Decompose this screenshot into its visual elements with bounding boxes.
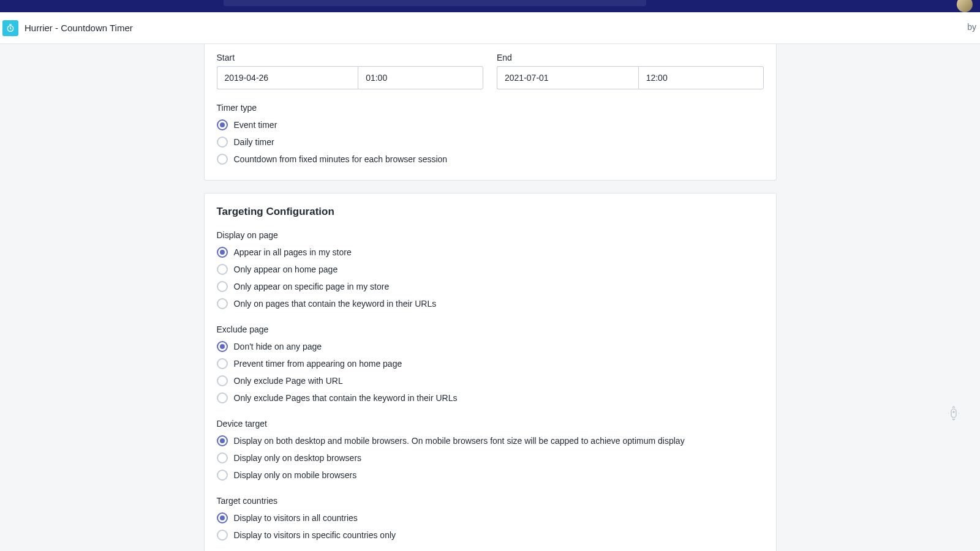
start-date-input[interactable]	[217, 66, 358, 89]
radio-label: Display only on mobile browsers	[234, 470, 357, 480]
start-time-input[interactable]	[358, 66, 483, 89]
app-icon	[2, 20, 18, 36]
display-page-label: Display on page	[217, 230, 764, 240]
radio-label: Event timer	[234, 120, 277, 130]
radio-option[interactable]: Countdown from fixed minutes for each br…	[217, 151, 764, 168]
radio-label: Only exclude Pages that contain the keyw…	[234, 393, 458, 403]
radio-option[interactable]: Only exclude Pages that contain the keyw…	[217, 389, 764, 407]
target-countries-group: Display to visitors in all countriesDisp…	[217, 509, 764, 544]
targeting-title: Targeting Configuration	[217, 206, 764, 218]
svg-rect-1	[951, 409, 956, 418]
radio-option[interactable]: Display on both desktop and mobile brows…	[217, 432, 764, 449]
radio-label: Display to visitors in all countries	[234, 513, 358, 523]
radio-option[interactable]: Prevent timer from appearing on home pag…	[217, 355, 764, 372]
radio-icon	[217, 452, 228, 463]
radio-option[interactable]: Display to visitors in specific countrie…	[217, 527, 764, 544]
start-label: Start	[217, 53, 484, 62]
radio-option[interactable]: Only appear on home page	[217, 261, 764, 278]
autoscroll-icon	[947, 404, 960, 425]
radio-icon	[217, 392, 228, 403]
by-label: by	[967, 22, 976, 32]
app-title: Hurrier - Countdown Timer	[24, 23, 133, 33]
radio-option[interactable]: Event timer	[217, 116, 764, 133]
radio-option[interactable]: Display only on mobile browsers	[217, 467, 764, 484]
search-bar[interactable]	[224, 0, 646, 6]
radio-icon	[217, 512, 228, 523]
radio-label: Display only on desktop browsers	[234, 453, 362, 463]
exclude-page-label: Exclude page	[217, 324, 764, 334]
exclude-page-group: Don't hide on any pagePrevent timer from…	[217, 338, 764, 407]
radio-icon	[217, 530, 228, 541]
radio-label: Appear in all pages in my store	[234, 247, 352, 257]
radio-option[interactable]: Only exclude Page with URL	[217, 372, 764, 389]
top-nav	[0, 0, 980, 12]
radio-icon	[217, 247, 228, 258]
radio-label: Display on both desktop and mobile brows…	[234, 436, 685, 446]
schedule-card: Start End Timer type Event timerDail	[204, 44, 777, 181]
avatar[interactable]	[957, 0, 973, 12]
radio-option[interactable]: Don't hide on any page	[217, 338, 764, 355]
target-countries-label: Target countries	[217, 496, 764, 506]
radio-label: Display to visitors in specific countrie…	[234, 530, 396, 540]
radio-label: Don't hide on any page	[234, 342, 322, 351]
display-page-group: Appear in all pages in my storeOnly appe…	[217, 244, 764, 312]
radio-label: Only on pages that contain the keyword i…	[234, 299, 437, 309]
start-block: Start	[217, 53, 484, 89]
radio-icon	[217, 264, 228, 275]
radio-icon	[217, 375, 228, 386]
end-label: End	[497, 53, 764, 62]
radio-label: Only exclude Page with URL	[234, 376, 343, 386]
radio-icon	[217, 341, 228, 352]
timer-type-label: Timer type	[217, 103, 764, 113]
radio-label: Only appear on specific page in my store	[234, 282, 390, 291]
radio-option[interactable]: Only on pages that contain the keyword i…	[217, 295, 764, 312]
radio-option[interactable]: Daily timer	[217, 133, 764, 151]
radio-label: Prevent timer from appearing on home pag…	[234, 359, 402, 369]
radio-icon	[217, 470, 228, 481]
app-header: Hurrier - Countdown Timer by	[0, 12, 980, 44]
device-target-group: Display on both desktop and mobile brows…	[217, 432, 764, 484]
end-block: End	[497, 53, 764, 89]
radio-label: Daily timer	[234, 137, 274, 147]
device-target-label: Device target	[217, 419, 764, 429]
radio-icon	[217, 435, 228, 446]
end-date-input[interactable]	[497, 66, 638, 89]
radio-icon	[217, 358, 228, 369]
radio-icon	[217, 281, 228, 292]
radio-icon	[217, 298, 228, 309]
radio-icon	[217, 137, 228, 148]
radio-option[interactable]: Only appear on specific page in my store	[217, 278, 764, 295]
radio-option[interactable]: Display only on desktop browsers	[217, 449, 764, 467]
timer-type-group: Event timerDaily timerCountdown from fix…	[217, 116, 764, 168]
radio-label: Only appear on home page	[234, 264, 338, 274]
svg-point-2	[953, 411, 954, 413]
radio-icon	[217, 154, 228, 165]
radio-option[interactable]: Appear in all pages in my store	[217, 244, 764, 261]
targeting-card: Targeting Configuration Display on page …	[204, 193, 777, 551]
radio-label: Countdown from fixed minutes for each br…	[234, 154, 448, 164]
radio-icon	[217, 119, 228, 130]
end-time-input[interactable]	[638, 66, 764, 89]
radio-option[interactable]: Display to visitors in all countries	[217, 509, 764, 527]
